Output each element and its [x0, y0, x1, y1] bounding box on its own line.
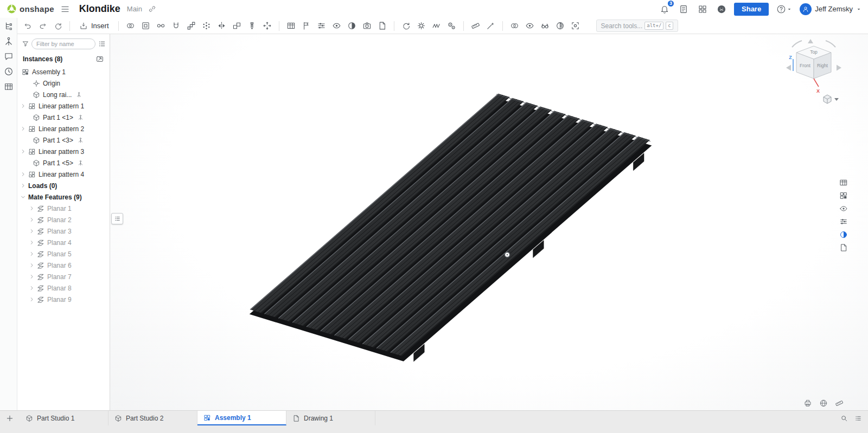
mate-feature-item[interactable]: Planar 6 [17, 260, 110, 271]
configurations-tool-button[interactable] [314, 19, 329, 33]
versions-history-button[interactable] [2, 66, 15, 77]
documents-menu-button[interactable] [59, 3, 72, 16]
whats-new-button[interactable] [677, 3, 690, 16]
linear-pattern-tool-button[interactable] [184, 19, 199, 33]
display-states-panel-button[interactable] [838, 203, 850, 214]
mate-connector-panel-button[interactable] [2, 35, 15, 47]
list-view-icon[interactable] [98, 40, 106, 48]
mate-feature-item[interactable]: Planar 3 [17, 225, 110, 237]
mate-features-section-row[interactable]: Mate Features (9) [17, 191, 110, 203]
measure-frame-tool-button[interactable] [468, 19, 483, 33]
tree-item[interactable]: Part 1 <1> [17, 112, 110, 123]
rotate-up-icon[interactable] [808, 39, 813, 43]
visibility-tool-button[interactable] [538, 19, 552, 33]
mirror-tool-button[interactable] [214, 19, 229, 33]
tree-item[interactable]: Part 1 <5> [17, 157, 110, 169]
copy-link-button[interactable] [146, 3, 158, 15]
measure-button[interactable] [834, 398, 844, 408]
tab-assembly-1[interactable]: Assembly 1 [197, 411, 286, 425]
appearance-tool-button[interactable] [344, 19, 359, 33]
loads-section-row[interactable]: Loads (0) [17, 180, 110, 191]
exploded-view-tool-button[interactable] [260, 19, 275, 33]
view-cube[interactable]: Top Front Right Z X [784, 37, 843, 109]
comments-button[interactable] [2, 50, 15, 62]
user-menu[interactable]: Jeff Zemsky [800, 3, 861, 15]
tree-panel-toggle-button[interactable] [111, 213, 123, 224]
instances-panel-button[interactable] [838, 190, 850, 201]
search-tabs-button[interactable] [839, 413, 850, 424]
mate-feature-item[interactable]: Planar 1 [17, 203, 110, 214]
share-button[interactable]: Share [734, 3, 769, 16]
gear-tool-button[interactable] [414, 19, 429, 33]
tab-part-studio-2[interactable]: Part Studio 2 [108, 411, 197, 425]
search-tools-box[interactable]: Search tools... alt+/ c [596, 20, 678, 32]
show-hide-tool-button[interactable] [522, 19, 537, 33]
in-context-tool-button[interactable] [483, 19, 498, 33]
mate-relation-tool-button[interactable] [154, 19, 168, 33]
tab-drawing-1[interactable]: Drawing 1 [286, 411, 375, 425]
display-states-tool-button[interactable] [329, 19, 344, 33]
rotate-left-icon[interactable] [786, 65, 791, 71]
section-view-tool-button[interactable] [553, 19, 567, 33]
help-menu-button[interactable] [775, 3, 794, 16]
filter-icon[interactable] [22, 40, 29, 48]
app-store-button[interactable] [696, 3, 709, 16]
insert-button[interactable]: Insert [74, 19, 114, 33]
tab-part-studio-1[interactable]: Part Studio 1 [20, 411, 108, 425]
undo-button[interactable] [20, 19, 35, 33]
mate-feature-item[interactable]: Planar 2 [17, 214, 110, 225]
tree-item[interactable]: Linear pattern 1 [17, 100, 110, 112]
configuration-panel-button[interactable] [838, 216, 850, 227]
mate-feature-item[interactable]: Planar 8 [17, 282, 110, 294]
redo-button[interactable] [35, 19, 50, 33]
isolate-tool-button[interactable] [568, 19, 583, 33]
refresh-button[interactable] [50, 19, 65, 33]
mate-feature-item[interactable]: Planar 4 [17, 237, 110, 248]
view-options-button[interactable] [824, 95, 839, 104]
rotate-ccw-icon[interactable] [792, 41, 802, 47]
model-tree-button[interactable] [2, 20, 15, 32]
tree-item[interactable]: Long rai... [17, 89, 110, 100]
globe-button[interactable] [819, 398, 828, 408]
mate-feature-item[interactable]: Planar 5 [17, 248, 110, 260]
spring-tool-button[interactable] [429, 19, 444, 33]
tree-item[interactable]: Assembly 1 [17, 66, 110, 77]
group-tool-button[interactable] [138, 19, 153, 33]
standard-content-tool-button[interactable] [245, 19, 259, 33]
mate-tool-button[interactable] [123, 19, 138, 33]
workspace-name[interactable]: Main [127, 5, 142, 13]
tree-item[interactable]: Linear pattern 3 [17, 146, 110, 157]
learning-center-button[interactable] [715, 3, 728, 16]
tree-item[interactable]: Linear pattern 4 [17, 169, 110, 180]
custom-tables-panel-button[interactable] [838, 242, 850, 253]
filter-input[interactable] [31, 38, 95, 49]
insert-instance-icon[interactable] [95, 55, 104, 63]
snapshot-tool-button[interactable] [360, 19, 374, 33]
mate-feature-item[interactable]: Planar 9 [17, 294, 110, 305]
tree-item[interactable]: Linear pattern 2 [17, 123, 110, 134]
circular-pattern-tool-button[interactable] [199, 19, 214, 33]
onshape-logo[interactable]: onshape [7, 4, 54, 14]
create-drawing-tool-button[interactable] [375, 19, 390, 33]
bom-tool-button[interactable] [284, 19, 298, 33]
interference-tool-button[interactable] [507, 19, 522, 33]
graphics-area[interactable]: Top Front Right Z X [110, 34, 868, 410]
mate-feature-item[interactable]: Planar 7 [17, 271, 110, 282]
replicate-tool-button[interactable] [229, 19, 244, 33]
bom-panel-button[interactable] [838, 177, 850, 188]
rotate-right-icon[interactable] [837, 65, 841, 71]
update-linked-tool-button[interactable] [399, 19, 413, 33]
named-positions-tool-button[interactable] [299, 19, 314, 33]
tab-manager-button[interactable] [853, 413, 864, 424]
properties-panel-button[interactable] [2, 81, 15, 93]
add-tab-button[interactable] [0, 411, 20, 425]
snap-mode-tool-button[interactable] [169, 19, 183, 33]
notifications-button[interactable]: 3 [658, 3, 671, 16]
assembly-model[interactable] [110, 34, 868, 410]
tree-item[interactable]: Origin [17, 77, 110, 89]
print-button[interactable] [803, 398, 813, 408]
gear-train-tool-button[interactable] [444, 19, 459, 33]
appearance-panel-button[interactable] [838, 229, 850, 240]
rotate-cw-icon[interactable] [826, 41, 835, 47]
tree-item[interactable]: Part 1 <3> [17, 134, 110, 146]
